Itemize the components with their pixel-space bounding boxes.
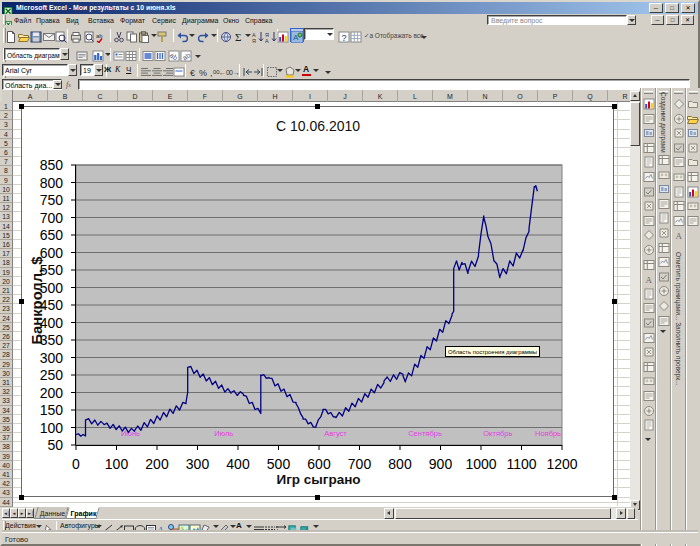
svg-text:Ноябрь: Ноябрь: [535, 429, 561, 438]
svg-text:700: 700: [348, 456, 372, 472]
svg-text:650: 650: [40, 227, 64, 243]
svg-text:500: 500: [267, 456, 291, 472]
svg-text:750: 750: [40, 192, 64, 208]
svg-text:Сентябрь: Сентябрь: [408, 429, 442, 438]
svg-text:850: 850: [40, 157, 64, 173]
svg-text:600: 600: [307, 456, 331, 472]
svg-text:1100: 1100: [506, 456, 536, 472]
svg-text:Август: Август: [324, 429, 347, 438]
svg-text:200: 200: [40, 385, 64, 401]
svg-text:Октябрь: Октябрь: [483, 429, 512, 438]
svg-text:50: 50: [47, 437, 63, 453]
svg-text:150: 150: [40, 402, 64, 418]
svg-text:100: 100: [40, 420, 64, 436]
svg-text:A: A: [646, 275, 653, 285]
svg-text:100: 100: [105, 456, 129, 472]
svg-text:Июль: Июль: [214, 429, 233, 438]
svg-text:A: A: [676, 231, 683, 241]
svg-text:800: 800: [388, 456, 412, 472]
svg-text:200: 200: [145, 456, 169, 472]
svg-text:1000: 1000: [465, 456, 496, 472]
svg-text:800: 800: [40, 175, 64, 191]
svg-text:0: 0: [72, 456, 80, 472]
svg-text:400: 400: [226, 456, 250, 472]
svg-text:300: 300: [40, 350, 64, 366]
svg-text:300: 300: [186, 456, 210, 472]
svg-text:700: 700: [40, 210, 64, 226]
svg-text:250: 250: [40, 367, 64, 383]
svg-text:1200: 1200: [546, 456, 577, 472]
svg-text:900: 900: [429, 456, 453, 472]
